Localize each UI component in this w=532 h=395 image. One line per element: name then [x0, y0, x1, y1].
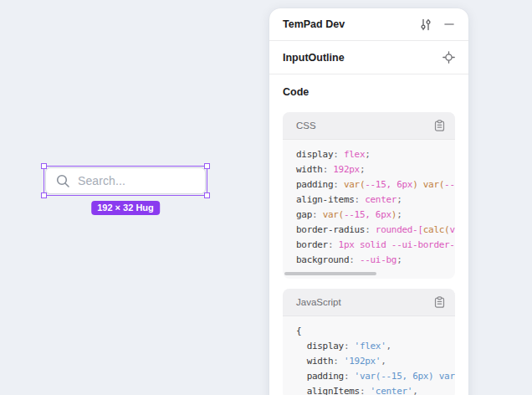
clipboard-icon	[434, 120, 445, 131]
selection-handle-top-right[interactable]	[204, 163, 210, 169]
selection-handle-bottom-right[interactable]	[204, 192, 210, 198]
panel-header: TemPad Dev	[269, 8, 468, 41]
tempad-dev-panel: TemPad Dev InputOutline	[269, 8, 468, 395]
css-block-label: CSS	[296, 121, 316, 131]
minimize-button[interactable]	[443, 18, 455, 30]
code-section-title: Code	[283, 86, 455, 98]
selected-node-row: InputOutline	[269, 41, 468, 74]
size-badge: 192 × 32 Hug	[91, 201, 160, 215]
search-icon	[56, 174, 70, 188]
figma-canvas[interactable]: Search... 192 × 32 Hug TemPad Dev	[0, 0, 532, 395]
css-code-block: CSS display: flex;width: 192px;padding: …	[283, 112, 455, 279]
search-input-design[interactable]: Search...	[45, 167, 206, 194]
clipboard-icon	[434, 296, 445, 308]
selected-component[interactable]: Search... 192 × 32 Hug	[45, 167, 206, 194]
sliders-icon	[420, 18, 432, 31]
js-code-block: JavaScript { display: 'flex', width: '19…	[283, 289, 455, 395]
js-code: { display: 'flex', width: '192px', paddi…	[283, 316, 455, 395]
css-code: display: flex;width: 192px;padding: var(…	[283, 140, 455, 279]
selection-handle-top-left[interactable]	[41, 163, 47, 169]
component-name: InputOutline	[283, 52, 345, 64]
search-placeholder: Search...	[78, 174, 125, 187]
copy-js-button[interactable]	[434, 296, 445, 308]
selection-handle-bottom-left[interactable]	[41, 192, 47, 198]
locate-node-button[interactable]	[442, 51, 455, 64]
crosshair-icon	[442, 51, 455, 64]
preferences-sliders-button[interactable]	[420, 18, 432, 31]
code-section: Code CSS display: flex;width: 192px;padd…	[269, 74, 468, 395]
copy-css-button[interactable]	[434, 120, 445, 131]
panel-title: TemPad Dev	[283, 18, 345, 30]
minus-icon	[443, 18, 455, 30]
js-block-label: JavaScript	[296, 297, 341, 307]
horizontal-scrollbar[interactable]	[284, 272, 376, 275]
